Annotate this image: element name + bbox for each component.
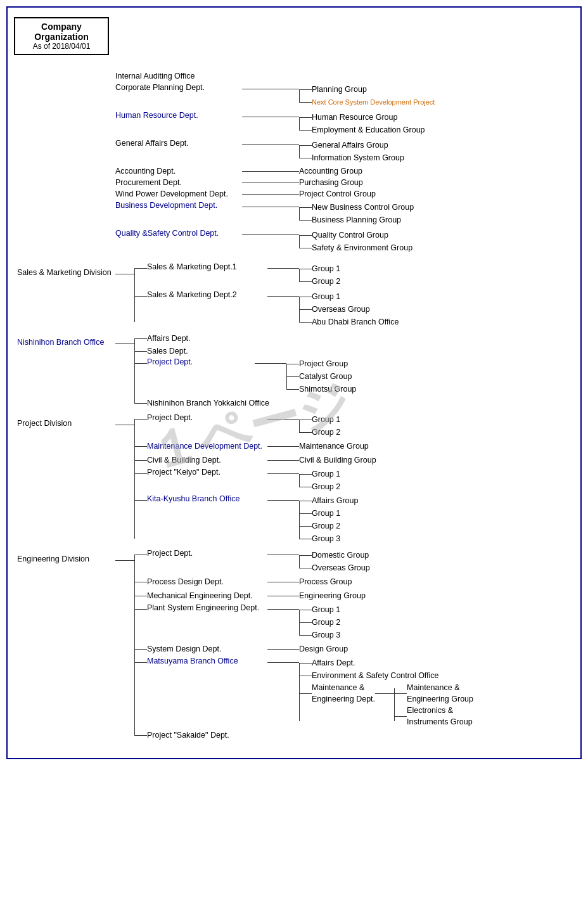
quality-ctrl-row: Quality Control Group — [299, 229, 412, 241]
matm-children: Maintenance & Engineering Group Electron… — [394, 682, 473, 728]
accounting-dept-label: Accounting Dept. — [115, 167, 242, 176]
matm-elec-grp: Electronics & Instruments Group — [394, 705, 473, 728]
np-h2 — [255, 363, 286, 364]
matm-me-grp-label: Maintenance & — [407, 682, 473, 693]
maint-dev-row: Maintenance Development Dept. Maintenanc… — [134, 440, 376, 452]
pdp-hl — [134, 419, 147, 420]
se-hline — [299, 248, 312, 248]
quality-ctrl-label: Quality Control Group — [312, 231, 388, 240]
mat-maint-label2: Engineering Dept. — [312, 693, 375, 705]
cb-hl — [134, 460, 147, 461]
sd-vline — [134, 269, 135, 322]
ee-hline — [299, 130, 312, 131]
matmg1-hl — [394, 693, 407, 694]
hrg-hline — [299, 117, 312, 118]
process-group-label: Process Group — [299, 577, 352, 586]
np-hl — [134, 363, 147, 364]
pd-vline — [134, 420, 135, 539]
pd-hline1 — [115, 425, 134, 425]
top-section: Internal Auditing Office Corporate Plann… — [17, 71, 571, 256]
sakaide-row: Project "Sakaide" Dept. — [134, 729, 473, 741]
hr-children: Human Resource Group Employment & Educat… — [299, 111, 425, 136]
wind-power-label: Wind Power Development Dept. — [115, 189, 242, 198]
biz-plan-label: Business Planning Group — [312, 215, 401, 224]
sales-div-section: Sales & Marketing Division Sales & Marke… — [17, 262, 571, 328]
np-project-grp: Project Group — [286, 357, 356, 370]
kk-g2-label: Group 2 — [312, 522, 340, 530]
eng-div-section: Engineering Division Project Dept. Domes… — [17, 549, 571, 741]
smd2-overseas: Overseas Group — [299, 303, 399, 316]
kitakyushu-row: Kita-Kyushu Branch Office Affairs Group … — [134, 494, 376, 545]
smd2-h2 — [267, 296, 299, 297]
project-div-label: Project Division — [17, 419, 72, 428]
np-vl — [286, 364, 287, 389]
psg2-hl — [299, 622, 312, 623]
smd1-vl — [299, 269, 300, 281]
corporate-planning-label: Corporate Planning Dept. — [115, 83, 242, 92]
ps-vl — [299, 610, 300, 635]
matm-me-grp: Maintenance & Engineering Group — [394, 682, 473, 705]
matm-hl — [299, 693, 312, 694]
bd-hline — [242, 207, 299, 207]
kk-g1: Group 1 — [299, 507, 358, 520]
nishi-yokkaichi: Nishinihon Branch Yokkaichi Office — [134, 397, 356, 409]
np-shimotsu: Shimotsu Group — [286, 383, 356, 395]
keiyo-children: Group 1 Group 2 — [299, 468, 340, 493]
md-h2 — [267, 446, 299, 447]
pdp-h2 — [267, 419, 299, 420]
mate-hl — [299, 676, 312, 676]
keiyo-label: Project "Keiyo" Dept. — [147, 468, 267, 477]
ns-hl — [134, 351, 147, 352]
np-catalyst-label: Catalyst Group — [299, 372, 352, 381]
smd2-g1: Group 1 — [299, 290, 399, 303]
matsuyama-label: Matsuyama Branch Office — [147, 657, 267, 665]
edp-children: Domestic Group Overseas Group — [299, 549, 370, 574]
mat-env-label: Environment & Safety Control Office — [312, 671, 439, 680]
nishi-label-wrap: Nishinihon Branch Office — [17, 338, 115, 347]
np-project-grp-label: Project Group — [299, 359, 348, 368]
cb-h2 — [267, 460, 299, 461]
nishi-affairs: Affairs Dept. — [134, 332, 356, 345]
qs-children: Quality Control Group Safety & Environme… — [299, 229, 412, 254]
corporate-planning-row: Corporate Planning Dept. Planning Group … — [115, 83, 435, 108]
edp-domestic-label: Domestic Group — [312, 551, 369, 560]
biz-dev-row: Business Development Dept. New Business … — [115, 201, 435, 226]
kkg1-hl — [299, 513, 312, 514]
np-shimotsu-label: Shimotsu Group — [299, 385, 356, 394]
mata-hl — [299, 663, 312, 664]
kg2-hl — [299, 487, 312, 487]
ga-vline — [299, 145, 300, 158]
is-hline — [299, 158, 312, 158]
smd1-row: Sales & Marketing Dept.1 Group 1 Group 2 — [134, 262, 399, 288]
me-h2 — [267, 596, 299, 596]
plant-sys-label: Plant System Engineering Dept. — [147, 603, 267, 612]
keiyo-hl — [134, 473, 147, 474]
bp-hline — [299, 220, 312, 221]
nsh-hl — [286, 389, 299, 390]
ps-g3: Group 3 — [299, 629, 340, 641]
mat-hl — [134, 662, 147, 663]
nishi-hline1 — [115, 343, 134, 344]
ps-g1: Group 1 — [299, 603, 340, 616]
hr-dept-label: Human Resource Dept. — [115, 111, 242, 120]
kk-hl — [134, 500, 147, 501]
smd2-label: Sales & Marketing Dept.2 — [147, 290, 267, 299]
org-chart: Internal Auditing Office Corporate Plann… — [14, 68, 574, 748]
ps-children: Group 1 Group 2 Group 3 — [299, 603, 340, 641]
kk-g2: Group 2 — [299, 520, 358, 532]
matm-elec-grp-label: Electronics & — [407, 705, 473, 716]
ed-vline — [134, 555, 135, 735]
planning-group-label: Planning Group — [312, 85, 367, 94]
edp-vl — [299, 555, 300, 568]
pd-bracket: Project Dept. Group 1 Group 2 — [134, 413, 376, 545]
sys-design-row: System Design Dept. Design Group — [134, 643, 473, 655]
smd1-g1-label: Group 1 — [312, 264, 340, 273]
nb-hline — [299, 207, 312, 208]
nishi-project-label: Project Dept. — [147, 357, 255, 366]
matm-h2 — [375, 693, 394, 694]
bd-vline — [299, 207, 300, 220]
keiyo-g2-label: Group 2 — [312, 482, 340, 491]
keiyo-row: Project "Keiyo" Dept. Group 1 Group 2 — [134, 468, 376, 493]
general-affairs-dept-label: General Affairs Dept. — [115, 139, 242, 148]
nishi-project: Project Dept. Project Group Catalyst Gro… — [134, 357, 356, 395]
